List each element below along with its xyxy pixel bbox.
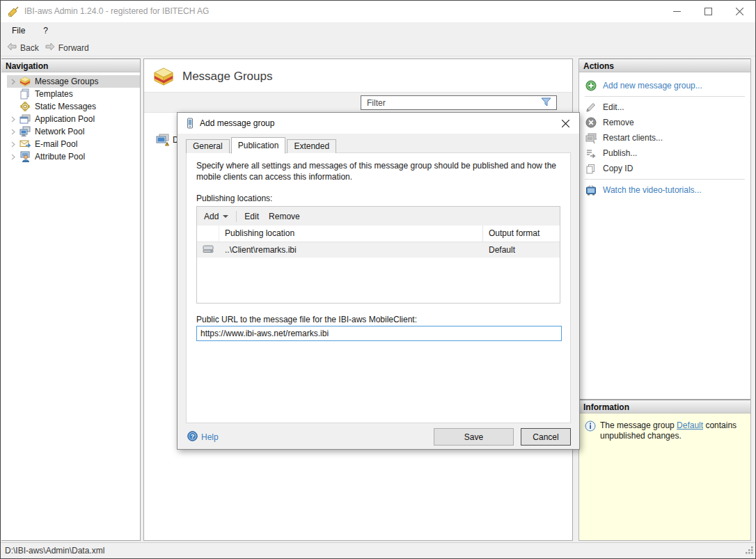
filter-funnel-icon[interactable] bbox=[541, 97, 553, 109]
publish-icon bbox=[585, 148, 597, 159]
status-file-path: D:\IBI-aws\Admin\Data.xml bbox=[5, 543, 104, 558]
navigation-header: Navigation bbox=[1, 58, 140, 72]
nav-toolbar: Back Forward bbox=[1, 40, 755, 56]
nav-item-templates[interactable]: Templates bbox=[7, 88, 140, 100]
filter-box bbox=[361, 95, 557, 110]
help-icon: ? bbox=[187, 431, 198, 443]
edit-location-button[interactable]: Edit bbox=[244, 212, 259, 221]
row-output-format: Default bbox=[483, 245, 560, 255]
actions-panel: Actions Add new message group... Edit...… bbox=[578, 58, 751, 400]
action-label: Edit... bbox=[603, 102, 624, 112]
action-label: Remove bbox=[603, 118, 634, 127]
menubar: File ? bbox=[1, 22, 755, 40]
action-label: Add new message group... bbox=[603, 81, 702, 90]
nav-item-label: E-mail Pool bbox=[35, 139, 77, 149]
remove-location-button[interactable]: Remove bbox=[269, 212, 300, 221]
action-remove[interactable]: Remove bbox=[579, 115, 750, 130]
message-group-warning-icon bbox=[156, 134, 170, 146]
nav-item-label: Message Groups bbox=[35, 77, 98, 86]
action-publish[interactable]: Publish... bbox=[579, 145, 750, 161]
menu-file[interactable]: File bbox=[5, 22, 32, 40]
action-add-new-message-group[interactable]: Add new message group... bbox=[579, 78, 750, 93]
action-label: Restart clients... bbox=[603, 133, 663, 143]
icon-column-header bbox=[197, 226, 219, 242]
public-url-input[interactable] bbox=[196, 326, 562, 341]
chevron-right-icon[interactable] bbox=[7, 116, 19, 123]
public-url-label: Public URL to the message file for the I… bbox=[196, 315, 417, 324]
nav-item-application-pool[interactable]: Application Pool bbox=[7, 113, 140, 125]
nav-item-label: Static Messages bbox=[35, 102, 96, 111]
action-restart-clients[interactable]: Restart clients... bbox=[579, 130, 750, 145]
email-pool-icon bbox=[19, 139, 31, 150]
attribute-pool-icon bbox=[19, 151, 31, 162]
filter-strip bbox=[144, 92, 572, 113]
tab-general[interactable]: General bbox=[186, 139, 230, 153]
dialog-tabs: General Publication Extended bbox=[186, 136, 338, 153]
dialog-titlebar: Add message group bbox=[178, 113, 579, 134]
menu-help[interactable]: ? bbox=[36, 22, 55, 40]
resize-grip[interactable] bbox=[745, 546, 754, 557]
close-button[interactable] bbox=[724, 1, 755, 22]
tab-publication[interactable]: Publication bbox=[231, 137, 286, 154]
default-group-link[interactable]: Default bbox=[677, 420, 703, 430]
mobile-client-icon bbox=[184, 118, 196, 129]
add-location-button[interactable]: Add bbox=[204, 212, 228, 221]
back-label: Back bbox=[20, 43, 39, 53]
window-title: IBI-aws Admin 1.24.0 - registered for IB… bbox=[24, 1, 209, 22]
page-title: Message Groups bbox=[182, 66, 272, 87]
tv-icon bbox=[585, 184, 597, 196]
forward-button[interactable]: Forward bbox=[45, 42, 89, 54]
publishing-locations-label: Publishing locations: bbox=[196, 194, 272, 203]
restart-clients-icon bbox=[585, 132, 597, 143]
nav-item-message-groups[interactable]: Message Groups bbox=[7, 75, 140, 88]
edit-label: Edit bbox=[244, 212, 259, 221]
dialog-title: Add message group bbox=[200, 113, 274, 134]
action-copy-id[interactable]: Copy ID bbox=[579, 161, 750, 176]
maximize-button[interactable] bbox=[693, 1, 724, 22]
nav-item-label: Application Pool bbox=[35, 114, 95, 124]
publishing-locations-group: Add Edit Remove Publishing location Outp… bbox=[196, 206, 560, 304]
nav-item-attribute-pool[interactable]: Attribute Pool bbox=[7, 150, 140, 163]
app-window: IBI-aws Admin 1.24.0 - registered for IB… bbox=[0, 0, 756, 559]
svg-text:?: ? bbox=[191, 432, 194, 439]
table-row[interactable]: ..\Client\remarks.ibi Default bbox=[197, 242, 560, 258]
information-message: The message group Default contains unpub… bbox=[600, 420, 743, 441]
publication-tab-content: Specify where all settings and messages … bbox=[186, 152, 571, 423]
help-label: Help bbox=[201, 432, 219, 442]
save-button[interactable]: Save bbox=[434, 428, 514, 446]
chevron-right-icon[interactable] bbox=[7, 129, 19, 135]
nav-item-email-pool[interactable]: E-mail Pool bbox=[7, 138, 140, 150]
static-messages-icon bbox=[19, 101, 31, 112]
help-link[interactable]: ? Help bbox=[187, 431, 219, 443]
action-edit[interactable]: Edit... bbox=[579, 100, 750, 115]
forward-arrow-icon bbox=[45, 42, 56, 54]
remove-circle-icon bbox=[585, 117, 597, 128]
locations-table-header: Publishing location Output format bbox=[197, 226, 560, 242]
minimize-button[interactable] bbox=[661, 1, 693, 22]
nav-item-static-messages[interactable]: Static Messages bbox=[7, 100, 140, 113]
actions-header: Actions bbox=[579, 58, 750, 72]
app-icon bbox=[7, 6, 19, 18]
info-text-before: The message group bbox=[600, 420, 677, 430]
action-watch-video-tutorials[interactable]: Watch the video-tutorials... bbox=[579, 182, 750, 198]
drive-icon bbox=[203, 245, 214, 255]
publishing-location-column-header[interactable]: Publishing location bbox=[219, 226, 483, 242]
tab-extended[interactable]: Extended bbox=[287, 139, 336, 153]
chevron-right-icon[interactable] bbox=[7, 79, 19, 85]
nav-item-network-pool[interactable]: Network Pool bbox=[7, 125, 140, 138]
nav-item-label: Attribute Pool bbox=[35, 152, 85, 162]
forward-label: Forward bbox=[58, 43, 89, 53]
dialog-footer: ? Help Save Cancel bbox=[178, 423, 579, 450]
chevron-right-icon[interactable] bbox=[7, 141, 19, 148]
navigation-tree: Message Groups Templates Static Messages… bbox=[1, 72, 140, 163]
info-icon bbox=[585, 420, 596, 432]
chevron-right-icon[interactable] bbox=[7, 154, 19, 160]
navigation-panel: Navigation Message Groups Templates Stat… bbox=[1, 58, 141, 541]
output-format-column-header[interactable]: Output format bbox=[483, 226, 560, 242]
filter-input[interactable] bbox=[361, 98, 541, 108]
cancel-button[interactable]: Cancel bbox=[521, 428, 571, 446]
dialog-close-icon[interactable] bbox=[551, 113, 579, 134]
back-arrow-icon bbox=[6, 42, 17, 54]
application-pool-icon bbox=[19, 113, 31, 125]
back-button[interactable]: Back bbox=[6, 42, 39, 54]
